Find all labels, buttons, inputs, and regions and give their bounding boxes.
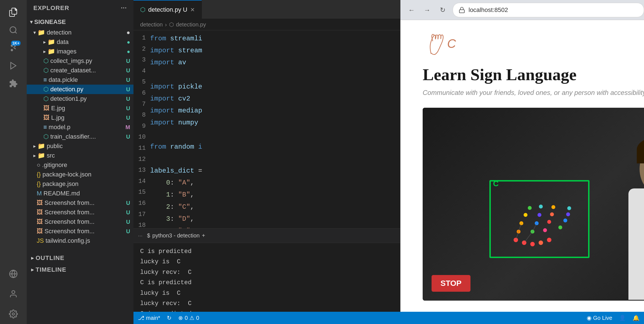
image-file-icon: 🖼 [37, 199, 43, 207]
extensions-icon[interactable] [6, 76, 21, 91]
terminal-line: C is predicted [140, 309, 393, 312]
create-dataset-item[interactable]: ⬡ create_dataset... U [27, 66, 133, 75]
chevron-down-icon: ▾ [30, 19, 33, 25]
breadcrumb-file: detection.py [176, 21, 206, 28]
account-icon[interactable] [6, 286, 21, 302]
outline-section[interactable]: ▸ OUTLINE [27, 252, 133, 264]
gitignore-item[interactable]: ○ .gitignore [27, 160, 133, 170]
bell-icon: 🔔 [633, 315, 640, 321]
back-button[interactable]: ← [406, 4, 417, 16]
code-lines: 12345 678910 1112131415 1617181920 21 fr… [133, 30, 400, 228]
code-editor[interactable]: 12345 678910 1112131415 1617181920 21 fr… [133, 30, 400, 228]
search-icon[interactable] [6, 22, 21, 38]
root-folder[interactable]: ▾ SIGNEASE [27, 16, 133, 28]
code-line: 1: "B", [150, 189, 400, 201]
url-bar[interactable]: localhost:8502 [453, 3, 644, 17]
file-name: L.jpg [51, 114, 65, 121]
e-jpg-item[interactable]: 🖼 E.jpg U [27, 104, 133, 113]
breadcrumb-separator: › [165, 21, 167, 28]
timeline-section[interactable]: ▸ TIMELINE [27, 264, 133, 276]
js-file-icon: JS [37, 237, 44, 244]
folder-icon: 📁 [48, 48, 55, 55]
detection-box: C [489, 180, 589, 258]
terminal-tab[interactable]: $ python3 - detection + [147, 232, 205, 239]
timeline-label: TIMELINE [36, 266, 66, 273]
persons-item[interactable]: 👤 [619, 315, 626, 321]
tab-close-icon[interactable]: ✕ [190, 6, 195, 13]
screenshot2-item[interactable]: 🖼 Screenshot from... U [27, 208, 133, 217]
file-name: data.pickle [49, 76, 78, 84]
code-line [150, 69, 400, 81]
terminal-dots[interactable]: ··· [138, 232, 143, 239]
go-live-dot: ◉ [587, 315, 591, 321]
webcam-container: C [423, 108, 644, 301]
image-file-icon: 🖼 [43, 105, 49, 112]
detection1-py-item[interactable]: ⬡ detection1.py U [27, 94, 133, 104]
errors-item[interactable]: ⊗ 0 ⚠ 0 [178, 315, 199, 321]
chevron-right-icon: ▸ [31, 255, 34, 261]
svg-point-28 [567, 206, 571, 210]
file-name: package-lock.json [43, 171, 91, 178]
package-lock-item[interactable]: {} package-lock.json [27, 170, 133, 179]
refresh-button[interactable]: ↻ [437, 4, 448, 16]
settings-icon[interactable] [6, 306, 21, 322]
remote-icon[interactable] [6, 266, 21, 282]
data-pickle-item[interactable]: ≡ data.pickle U [27, 75, 133, 85]
file-name: Screenshot from... [44, 209, 95, 216]
svg-point-23 [550, 212, 554, 216]
stop-button[interactable]: STOP [432, 275, 470, 292]
tailwind-config-item[interactable]: JS tailwind.config.js [27, 236, 133, 246]
notifications-item[interactable]: 🔔 [633, 315, 640, 321]
python-file-icon: ⬡ [43, 57, 49, 65]
detection-folder[interactable]: ▾ 📁 detection ● [27, 28, 133, 37]
sync-item[interactable]: ↻ [167, 315, 172, 321]
train-classifier-item[interactable]: ⬡ train_classifier.... U [27, 132, 133, 141]
detection-py-tab[interactable]: ⬡ detection.py U ✕ [133, 0, 202, 19]
sign-logo: C [423, 31, 456, 56]
code-line: labels_dict = [150, 165, 400, 177]
svg-marker-2 [11, 62, 16, 69]
folder-icon: 📁 [38, 152, 45, 159]
svg-point-21 [543, 228, 547, 232]
modified-badge: ● [127, 29, 130, 36]
src-folder[interactable]: ▸ 📁 src [27, 151, 133, 160]
breadcrumb-icon: ⬡ [169, 21, 174, 28]
data-folder-item[interactable]: ▸ 📁 data ● [27, 37, 133, 47]
model-p-item[interactable]: ≡ model.p M [27, 122, 133, 132]
terminal-tab-label: python3 - detection [152, 232, 200, 239]
git-branch-item[interactable]: ⎇ main* [138, 315, 160, 321]
explorer-dots[interactable]: ··· [121, 4, 127, 12]
collect-imgs-item[interactable]: ⬡ collect_imgs.py U [27, 56, 133, 66]
l-jpg-item[interactable]: 🖼 L.jpg U [27, 113, 133, 122]
image-file-icon: 🖼 [37, 218, 43, 225]
svg-line-32 [532, 223, 537, 232]
readme-item[interactable]: M README.md [27, 189, 133, 198]
code-line: 4: "E", [150, 225, 400, 228]
file-name: detection1.py [50, 95, 87, 102]
terminal-line: lucky is C [140, 288, 393, 298]
explorer-icon[interactable] [6, 4, 21, 20]
forward-button[interactable]: → [422, 4, 433, 16]
file-name: README.md [43, 190, 80, 197]
screenshot3-item[interactable]: 🖼 Screenshot from... U [27, 217, 133, 227]
screenshot1-item[interactable]: 🖼 Screenshot from... U [27, 198, 133, 208]
images-folder-item[interactable]: ▸ 📁 images ● [27, 47, 133, 56]
public-folder[interactable]: ▸ 📁 public [27, 141, 133, 151]
go-live-item[interactable]: ◉ Go Live [587, 315, 612, 321]
folder-icon: 📁 [38, 143, 45, 150]
source-control-icon[interactable] [6, 40, 21, 56]
detection-py-item[interactable]: ⬡ detection.py U [27, 85, 133, 94]
package-json-item[interactable]: {} package.json [27, 179, 133, 189]
svg-point-6 [12, 313, 14, 315]
terminal-content[interactable]: C is predicted lucky is C lucky recv: C … [133, 243, 400, 312]
image-file-icon: 🖼 [37, 209, 43, 216]
code-line: import stream [150, 45, 400, 57]
code-line: 0: "A", [150, 177, 400, 189]
screenshot4-item[interactable]: 🖼 Screenshot from... U [27, 227, 133, 236]
file-icon: ≡ [43, 124, 47, 131]
code-line: import av [150, 57, 400, 68]
file-name: collect_imgs.py [50, 57, 92, 65]
folder-name: images [57, 48, 76, 55]
run-icon[interactable] [6, 58, 21, 73]
status-right: ◉ Go Live 👤 🔔 [587, 315, 640, 321]
